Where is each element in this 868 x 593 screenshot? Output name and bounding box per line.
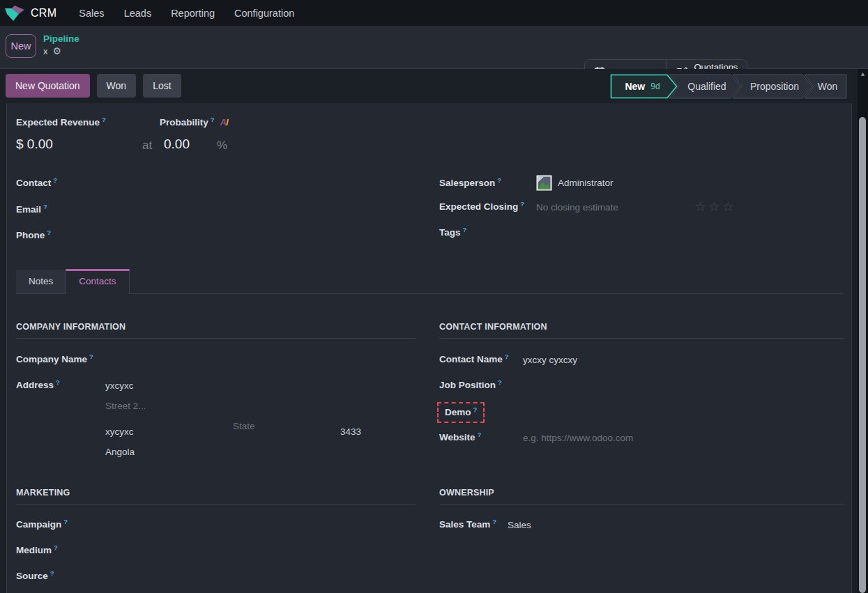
probability-at-label: at [142, 139, 152, 153]
stage-new[interactable]: New 9d [610, 74, 678, 99]
breadcrumb-pipeline[interactable]: Pipeline [43, 33, 79, 44]
state-input[interactable]: State [233, 421, 255, 431]
expected-revenue-input[interactable]: $ 0.00 [16, 137, 53, 152]
app-name[interactable]: CRM [31, 7, 56, 20]
top-navbar: CRM Sales Leads Reporting Configuration [0, 0, 868, 26]
help-icon: ? [63, 518, 68, 525]
stage-won[interactable]: Won [804, 74, 847, 99]
stage-new-days-badge: 9d [650, 82, 660, 91]
website-input[interactable]: e.g. https://www.odoo.com [523, 433, 633, 443]
company-information-heading: COMPANY INFORMATION [16, 322, 416, 339]
help-icon: ? [89, 353, 93, 360]
star-icon[interactable]: ☆ [722, 199, 734, 215]
contact-information-heading: CONTACT INFORMATION [439, 322, 844, 339]
demo-highlight-box: Demo? [437, 402, 485, 423]
campaign-label: Campaign? [16, 519, 68, 530]
probability-label: Probability?AI [160, 117, 228, 128]
tags-label: Tags? [439, 227, 466, 238]
stage-qualified-label: Qualified [687, 81, 726, 92]
ai-icon[interactable]: AI [220, 117, 228, 128]
gear-icon[interactable]: ⚙ [53, 45, 62, 56]
notebook-tabs: Notes Contacts [16, 268, 843, 294]
help-icon: ? [56, 378, 60, 386]
salesperson-label: Salesperson? [439, 178, 501, 188]
probability-input[interactable]: 0.00 [164, 137, 190, 152]
source-label: Source? [16, 571, 54, 581]
sales-team-label: Sales Team? [439, 519, 496, 530]
revenue-probability-row: Expected Revenue? Probability?AI $ 0.00 … [16, 116, 316, 162]
breadcrumb: Pipeline x ⚙ [43, 33, 79, 56]
email-label: Email? [16, 204, 47, 215]
stage-proposition-label: Proposition [750, 81, 799, 92]
help-icon: ? [47, 229, 51, 236]
salesperson-field[interactable]: Administrator [536, 175, 614, 191]
currency-symbol: $ [16, 137, 24, 151]
form-sheet: Expected Revenue? Probability?AI $ 0.00 … [6, 103, 852, 593]
stage-won-label: Won [818, 81, 838, 92]
address-label: Address? [16, 380, 60, 390]
stage-new-label: New [625, 81, 645, 92]
help-icon: ? [43, 203, 47, 210]
contact-label: Contact? [16, 178, 57, 188]
salesperson-value: Administrator [558, 178, 614, 188]
sales-team-input[interactable]: Sales [508, 520, 531, 530]
priority-stars: ☆ ☆ ☆ [694, 199, 734, 215]
website-label: Website? [439, 432, 481, 442]
expected-closing-input[interactable]: No closing estimate [536, 202, 618, 213]
help-icon: ? [497, 176, 501, 184]
expected-revenue-label: Expected Revenue? [16, 117, 106, 128]
new-quotation-button[interactable]: New Quotation [6, 74, 90, 98]
menu-configuration[interactable]: Configuration [234, 8, 294, 19]
demo-label: Demo? [445, 407, 477, 417]
help-icon: ? [102, 116, 106, 123]
scroll-up-icon[interactable]: ▲ [858, 70, 868, 77]
odoo-logo-icon[interactable] [4, 4, 25, 22]
stage-proposition[interactable]: Proposition [732, 74, 813, 99]
street-input[interactable]: yxcyxc [105, 380, 134, 391]
star-icon[interactable]: ☆ [694, 199, 706, 215]
stage-pipeline: New 9d Qualified Proposition Won [610, 74, 847, 99]
help-icon: ? [211, 116, 215, 123]
stage-qualified[interactable]: Qualified [669, 74, 741, 99]
tab-notes[interactable]: Notes [16, 270, 66, 293]
vertical-scrollbar[interactable]: ▲ [858, 69, 868, 593]
mark-lost-button[interactable]: Lost [143, 74, 181, 98]
breadcrumb-record-name: x [43, 46, 48, 56]
help-icon: ? [492, 518, 496, 525]
menu-sales[interactable]: Sales [79, 8, 104, 19]
help-icon: ? [498, 378, 502, 386]
help-icon: ? [478, 431, 482, 438]
street2-input[interactable]: Street 2... [105, 401, 146, 411]
job-position-label: Job Position? [439, 380, 502, 390]
contact-name-input[interactable]: yxcxy cyxcxy [523, 355, 577, 365]
scrollbar-thumb[interactable] [859, 117, 866, 593]
help-icon: ? [473, 406, 478, 413]
country-input[interactable]: Angola [105, 447, 135, 457]
help-icon: ? [463, 226, 467, 233]
company-name-label: Company Name? [16, 354, 93, 364]
help-icon: ? [54, 544, 58, 551]
star-icon[interactable]: ☆ [708, 199, 720, 215]
help-icon: ? [520, 200, 524, 208]
help-icon: ? [505, 353, 509, 360]
new-record-button[interactable]: New [6, 34, 36, 58]
contact-name-label: Contact Name? [439, 354, 509, 364]
help-icon: ? [53, 176, 57, 184]
tab-contacts[interactable]: Contacts [66, 269, 129, 294]
avatar [536, 175, 552, 191]
form-statusbar: New Quotation Won Lost New 9d Qualified … [0, 69, 852, 103]
zip-input[interactable]: 3433 [340, 426, 361, 437]
mark-won-button[interactable]: Won [97, 74, 137, 98]
menu-leads[interactable]: Leads [124, 8, 152, 19]
percent-sign: % [217, 139, 227, 153]
expected-closing-label: Expected Closing? [439, 201, 524, 212]
control-panel: New Pipeline x ⚙ No Meeting [0, 26, 868, 69]
city-input[interactable]: xycyxc [105, 426, 134, 437]
phone-label: Phone? [16, 230, 51, 240]
help-icon: ? [50, 569, 54, 577]
marketing-heading: MARKETING [16, 488, 416, 505]
menu-reporting[interactable]: Reporting [171, 8, 215, 19]
medium-label: Medium? [16, 545, 58, 555]
ownership-heading: OWNERSHIP [439, 488, 844, 505]
